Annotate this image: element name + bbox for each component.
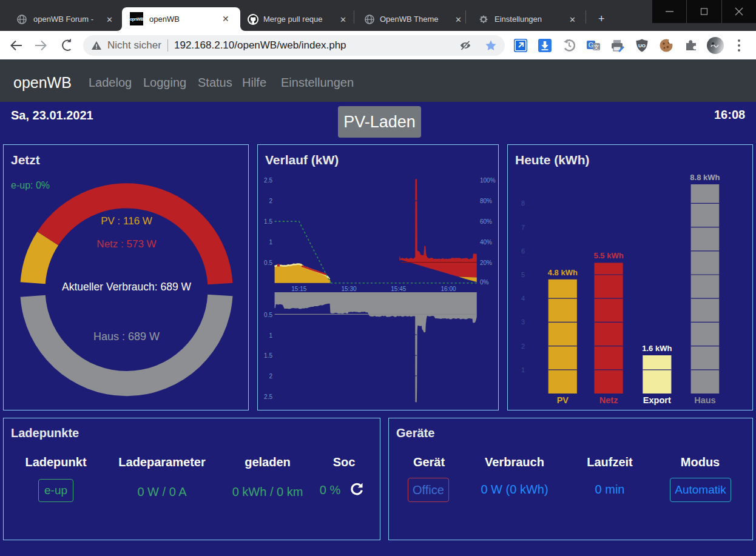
svg-text:1.5: 1.5 [264,218,272,225]
svg-text:UO: UO [638,43,646,49]
svg-text:4: 4 [521,295,525,302]
svg-text:5.5 kWh: 5.5 kWh [594,251,624,260]
svg-text:Netz: Netz [599,395,618,405]
svg-text:3: 3 [521,318,525,326]
svg-text:20%: 20% [480,260,492,266]
svg-text:1: 1 [269,332,272,339]
svg-text:Haus : 689 W: Haus : 689 W [93,330,160,343]
svg-text:8.8 kWh: 8.8 kWh [690,173,720,182]
svg-text:1: 1 [521,366,525,373]
svg-text:0%: 0% [480,279,489,286]
svg-text:Netz : 573 W: Netz : 573 W [96,238,156,250]
svg-text:PV: PV [557,395,569,405]
svg-text:7: 7 [521,224,525,231]
svg-text:文: 文 [593,44,599,50]
svg-text:1: 1 [269,239,272,246]
svg-text:4.8 kWh: 4.8 kWh [548,268,578,277]
svg-text:2.5: 2.5 [264,177,272,184]
svg-text:5: 5 [521,271,525,278]
svg-text:40%: 40% [480,239,492,246]
svg-text:15:30: 15:30 [341,286,356,292]
svg-text:100%: 100% [480,177,496,184]
svg-text:2: 2 [269,198,272,204]
svg-text:PV : 116 W: PV : 116 W [101,215,152,227]
svg-text:Aktueller Verbrauch: 689 W: Aktueller Verbrauch: 689 W [62,281,192,293]
svg-text:Export: Export [643,395,671,405]
svg-text:15:15: 15:15 [291,286,306,292]
svg-text:0.5: 0.5 [264,260,272,266]
svg-text:2: 2 [269,373,272,380]
svg-text:8: 8 [521,199,525,207]
svg-text:2.5: 2.5 [264,394,272,400]
svg-text:G: G [589,41,594,49]
svg-text:1.5: 1.5 [264,352,272,359]
svg-text:2: 2 [521,343,525,350]
svg-text:opnWB: opnWB [130,17,143,22]
svg-text:0.5: 0.5 [264,312,272,318]
svg-text:1.6 kWh: 1.6 kWh [642,344,672,353]
svg-text:15:45: 15:45 [391,286,406,292]
svg-text:60%: 60% [480,218,492,225]
svg-text:6: 6 [521,247,525,255]
svg-text:16:00: 16:00 [440,286,456,292]
svg-text:80%: 80% [480,198,492,204]
svg-text:Haus: Haus [694,395,715,405]
